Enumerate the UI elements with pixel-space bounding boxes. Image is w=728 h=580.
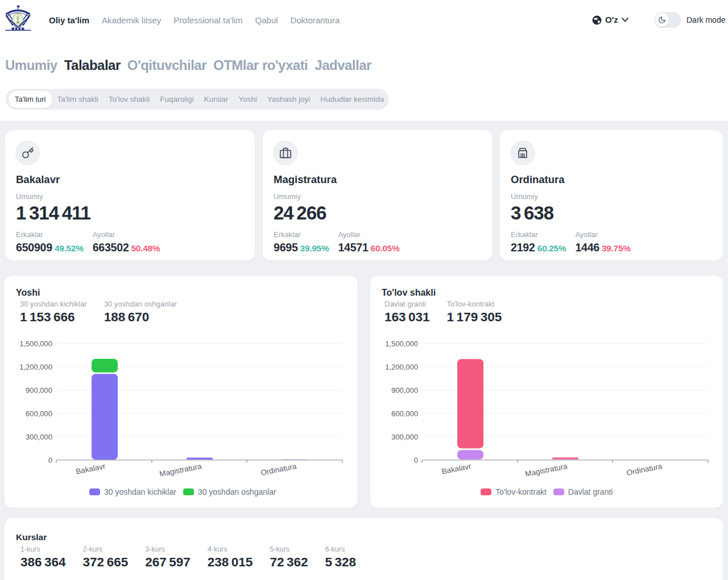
svg-text:600,000: 600,000	[391, 409, 418, 418]
svg-text:300,000: 300,000	[391, 433, 418, 441]
svg-text:Ordinatura: Ordinatura	[260, 462, 297, 477]
svg-text:Ordinatura: Ordinatura	[626, 462, 663, 477]
svg-text:Bakalavr: Bakalavr	[441, 462, 472, 476]
svg-text:Magistratura: Magistratura	[524, 462, 568, 478]
svg-text:0: 0	[48, 456, 52, 465]
svg-text:1,200,000: 1,200,000	[19, 363, 52, 371]
svg-text:900,000: 900,000	[26, 386, 52, 395]
svg-text:Magistratura: Magistratura	[159, 462, 202, 478]
svg-text:1,200,000: 1,200,000	[385, 363, 418, 371]
svg-text:Bakalavr: Bakalavr	[75, 462, 106, 476]
svg-text:0: 0	[414, 456, 418, 465]
svg-text:1,500,000: 1,500,000	[385, 339, 418, 348]
svg-text:300,000: 300,000	[26, 433, 52, 441]
svg-text:1,500,000: 1,500,000	[19, 339, 52, 348]
svg-text:900,000: 900,000	[391, 386, 418, 395]
svg-text:600,000: 600,000	[26, 409, 52, 418]
